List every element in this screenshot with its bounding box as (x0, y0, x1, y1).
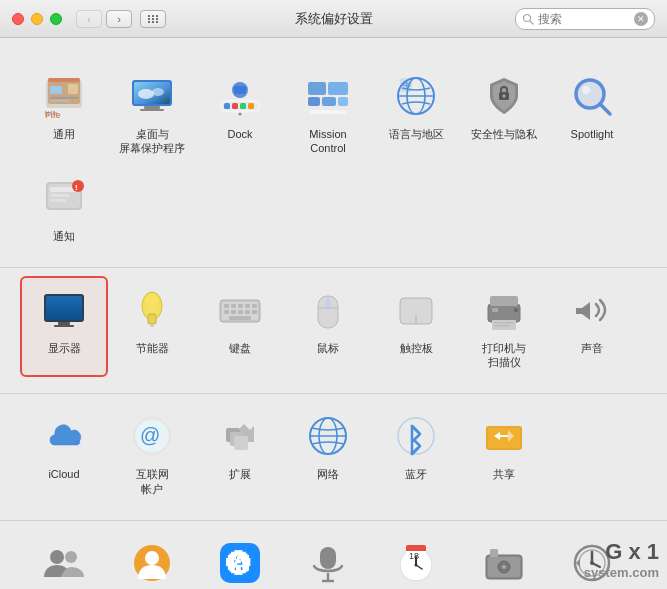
grid-view-button[interactable] (140, 10, 166, 28)
watermark: G x 1 system.com (584, 539, 659, 581)
svg-rect-16 (144, 106, 160, 109)
svg-point-0 (524, 14, 531, 21)
svg-rect-70 (245, 310, 250, 314)
section-internet-row: iCloud @ 互联网帐户 (20, 394, 647, 512)
datetime-icon: 18 (390, 537, 442, 589)
maximize-button[interactable] (50, 13, 62, 25)
svg-rect-78 (492, 308, 498, 312)
pref-network[interactable]: 网络 (284, 402, 372, 504)
dock-icon (214, 70, 266, 122)
svg-point-49 (72, 180, 84, 192)
svg-rect-68 (231, 310, 236, 314)
pref-appstore[interactable]: 🅐 App Store (196, 529, 284, 589)
pref-general[interactable]: File New 通用 (20, 62, 108, 164)
svg-rect-62 (224, 304, 229, 308)
energy-icon (126, 284, 178, 336)
pref-sharing[interactable]: 共享 (460, 402, 548, 504)
forward-button[interactable]: › (106, 10, 132, 28)
svg-point-115 (415, 564, 418, 567)
pref-mission[interactable]: MissionControl (284, 62, 372, 164)
svg-rect-10 (68, 84, 78, 94)
svg-rect-79 (490, 296, 518, 306)
pref-printer[interactable]: 打印机与扫描仪 (460, 276, 548, 378)
pref-parental[interactable]: 家长控制 (108, 529, 196, 589)
svg-point-57 (146, 295, 158, 313)
pref-dictation[interactable]: 听写与语音 (284, 529, 372, 589)
pref-extensions[interactable]: 扩展 (196, 402, 284, 504)
svg-rect-72 (229, 316, 251, 320)
svg-rect-55 (54, 325, 74, 327)
language-icon: 中 (390, 70, 442, 122)
pref-startup[interactable]: 启动磁盘 (460, 529, 548, 589)
pref-sound[interactable]: 声音 (548, 276, 636, 378)
pref-mouse[interactable]: 鼠标 (284, 276, 372, 378)
search-bar[interactable]: ✕ (515, 8, 655, 30)
svg-rect-47 (50, 194, 70, 197)
minimize-button[interactable] (31, 13, 43, 25)
svg-rect-31 (338, 97, 348, 106)
pref-security[interactable]: 安全性与隐私 (460, 62, 548, 164)
general-label: 通用 (53, 127, 75, 141)
pref-dock[interactable]: Dock (196, 62, 284, 164)
printer-icon (478, 284, 530, 336)
pref-language[interactable]: 中 语言与地区 (372, 62, 460, 164)
title-bar: ‹ › 系统偏好设置 ✕ (0, 0, 667, 38)
svg-rect-69 (238, 310, 243, 314)
pref-bluetooth[interactable]: 蓝牙 (372, 402, 460, 504)
svg-rect-65 (245, 304, 250, 308)
parental-icon (126, 537, 178, 589)
section-hardware-row: 显示器 节能器 (20, 268, 647, 386)
svg-point-99 (50, 550, 64, 564)
section-system-row: 用户与群组 家长控制 🅐 (20, 521, 647, 589)
trackpad-icon (390, 284, 442, 336)
pref-notification[interactable]: ! 通知 (20, 164, 108, 251)
extensions-label: 扩展 (229, 467, 251, 481)
language-label: 语言与地区 (389, 127, 444, 141)
pref-display[interactable]: 显示器 (20, 276, 108, 378)
close-button[interactable] (12, 13, 24, 25)
nav-buttons: ‹ › (76, 10, 132, 28)
svg-rect-30 (322, 97, 336, 106)
search-clear-button[interactable]: ✕ (634, 12, 648, 26)
svg-text:🅐: 🅐 (226, 549, 252, 579)
pref-datetime[interactable]: 18 日期与时间 (372, 529, 460, 589)
svg-rect-64 (238, 304, 243, 308)
pref-users[interactable]: 用户与群组 (20, 529, 108, 589)
svg-rect-106 (320, 547, 336, 569)
search-input[interactable] (538, 12, 630, 26)
svg-rect-67 (224, 310, 229, 314)
pref-keyboard[interactable]: 键盘 (196, 276, 284, 378)
svg-rect-32 (310, 110, 346, 114)
pref-desktop[interactable]: 桌面与屏幕保护程序 (108, 62, 196, 164)
icloud-label: iCloud (48, 467, 79, 481)
svg-rect-23 (248, 103, 254, 109)
svg-rect-54 (58, 322, 70, 325)
spotlight-label: Spotlight (571, 127, 614, 141)
display-label: 显示器 (48, 341, 81, 355)
mission-label: MissionControl (309, 127, 346, 156)
svg-rect-6 (50, 97, 78, 99)
section-hardware: 显示器 节能器 (20, 268, 647, 386)
svg-rect-5 (50, 86, 62, 94)
svg-point-119 (502, 565, 506, 569)
svg-rect-4 (48, 78, 80, 82)
general-icon: File New (38, 70, 90, 122)
notification-label: 通知 (53, 229, 75, 243)
internet-label: 互联网帐户 (136, 467, 169, 496)
pref-energy[interactable]: 节能器 (108, 276, 196, 378)
security-label: 安全性与隐私 (471, 127, 537, 141)
spotlight-icon (566, 70, 618, 122)
pref-icloud[interactable]: iCloud (20, 402, 108, 504)
section-personal-row: File New 通用 (20, 54, 647, 259)
notification-icon: ! (38, 172, 90, 224)
pref-internet[interactable]: @ 互联网帐户 (108, 402, 196, 504)
svg-rect-66 (252, 304, 257, 308)
svg-point-26 (239, 113, 242, 116)
pref-trackpad[interactable]: 触控板 (372, 276, 460, 378)
section-system: 用户与群组 家长控制 🅐 (20, 521, 647, 589)
back-button[interactable]: ‹ (76, 10, 102, 28)
pref-spotlight[interactable]: Spotlight (548, 62, 636, 164)
extensions-icon (214, 410, 266, 462)
svg-point-43 (582, 86, 590, 94)
dictation-icon (302, 537, 354, 589)
